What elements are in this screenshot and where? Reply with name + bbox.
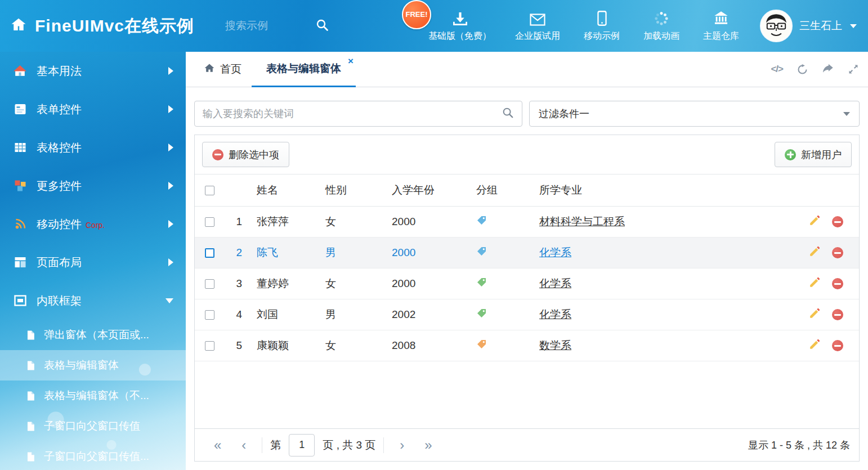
sidebar-item-iframe[interactable]: 内联框架 xyxy=(0,281,186,320)
nav-label: 企业版试用 xyxy=(515,30,560,42)
nav-mobile-demo[interactable]: 移动示例 xyxy=(572,10,632,42)
header-search[interactable] xyxy=(225,18,329,34)
nav-loading-animation[interactable]: 加载动画 xyxy=(632,10,691,42)
sidebar-item-more-controls[interactable]: 更多控件 xyxy=(0,167,186,205)
row-index: 1 xyxy=(224,207,250,238)
sidebar-subitem-grid-edit-window[interactable]: 表格与编辑窗体 xyxy=(0,350,186,381)
user-menu[interactable]: 三生石上 xyxy=(760,10,857,42)
keyword-search-input[interactable] xyxy=(203,108,502,120)
layout-icon xyxy=(12,256,28,269)
sidebar-item-label: 表单控件 xyxy=(37,102,82,117)
filter-value: 过滤条件一 xyxy=(539,107,589,120)
sidebar-subitem-popup-window[interactable]: 弹出窗体（本页面或... xyxy=(0,320,186,350)
sidebar-item-basic-usage[interactable]: 基本用法 xyxy=(0,52,186,90)
username: 三生石上 xyxy=(799,19,842,33)
page-number-input[interactable] xyxy=(289,434,315,456)
table-row[interactable]: 3 董婷婷 女 2000 化学系 xyxy=(195,268,859,299)
table-row[interactable]: 1 张萍萍 女 2000 材料科学与工程系 xyxy=(195,207,859,238)
cell-name: 陈飞 xyxy=(250,238,319,268)
header-search-input[interactable] xyxy=(225,20,315,32)
major-link[interactable]: 化学系 xyxy=(539,247,571,258)
nav-basic-free[interactable]: FREE! 基础版（免费） xyxy=(417,10,503,42)
tag-icon xyxy=(476,309,487,321)
major-link[interactable]: 化学系 xyxy=(539,308,571,320)
search-icon[interactable] xyxy=(315,18,329,34)
row-checkbox[interactable] xyxy=(205,341,214,351)
table-row[interactable]: 5 康颖颖 女 2008 数学系 xyxy=(195,330,859,361)
table-row[interactable]: 2 陈飞 男 2000 化学系 xyxy=(195,238,859,268)
nav-theme-store[interactable]: 主题仓库 xyxy=(691,10,751,42)
cell-year: 2000 xyxy=(385,238,469,268)
edit-icon[interactable] xyxy=(809,245,821,260)
delete-row-icon[interactable] xyxy=(832,216,843,227)
column-index xyxy=(224,174,250,207)
filter-row: 过滤条件一 xyxy=(194,101,860,127)
page-icon xyxy=(25,330,36,341)
edit-icon[interactable] xyxy=(809,338,821,353)
app-header: FineUIMvc在线示例 FREE! 基础版（免费） 企业版试用 移动示例 xyxy=(0,0,868,52)
row-checkbox[interactable] xyxy=(205,279,214,289)
cell-gender: 男 xyxy=(319,238,385,268)
row-checkbox[interactable] xyxy=(205,310,214,320)
search-icon[interactable] xyxy=(502,106,514,121)
sidebar-item-form-controls[interactable]: 表单控件 xyxy=(0,90,186,128)
table-row[interactable]: 4 刘国 男 2002 化学系 xyxy=(195,299,859,330)
tab-grid-edit-window[interactable]: 表格与编辑窗体 × xyxy=(252,52,356,87)
sidebar-subitem-grid-edit-window-2[interactable]: 表格与编辑窗体（不... xyxy=(0,381,186,411)
view-source-icon[interactable]: </> xyxy=(771,64,783,75)
delete-row-icon[interactable] xyxy=(832,278,843,289)
select-all-checkbox[interactable] xyxy=(205,186,214,195)
sidebar-item-label: 更多控件 xyxy=(37,178,82,194)
sidebar-subitem-child-to-parent-2[interactable]: 子窗口向父窗口传值... xyxy=(0,441,186,470)
delete-selected-button[interactable]: 删除选中项 xyxy=(202,142,289,167)
app-logo[interactable]: FineUIMvc在线示例 xyxy=(10,15,194,38)
nav-label: 移动示例 xyxy=(584,30,620,42)
prev-page-button[interactable]: ‹ xyxy=(231,438,256,452)
tab-home[interactable]: 首页 xyxy=(194,52,252,87)
keyword-search-box[interactable] xyxy=(194,101,522,127)
sidebar-item-page-layout[interactable]: 页面布局 xyxy=(0,243,186,281)
delete-row-icon[interactable] xyxy=(832,309,843,320)
refresh-icon[interactable] xyxy=(797,64,808,75)
tag-icon xyxy=(476,247,487,259)
close-icon[interactable]: × xyxy=(348,56,354,66)
next-page-button[interactable]: › xyxy=(390,438,414,452)
tab-label: 表格与编辑窗体 xyxy=(266,61,341,76)
grid-toolbar: 删除选中项 新增用户 xyxy=(195,135,859,174)
sidebar: 基本用法 表单控件 表格控件 更多控件 xyxy=(0,52,186,470)
nav-enterprise-trial[interactable]: 企业版试用 xyxy=(503,10,572,42)
spinner-icon xyxy=(654,10,669,26)
avatar[interactable] xyxy=(760,10,793,42)
sidebar-subitem-label: 弹出窗体（本页面或... xyxy=(44,328,149,342)
fullscreen-icon[interactable] xyxy=(848,64,859,75)
major-link[interactable]: 化学系 xyxy=(539,277,571,289)
share-icon[interactable] xyxy=(822,63,834,75)
divider xyxy=(262,437,262,453)
divider xyxy=(383,437,384,453)
major-link[interactable]: 材料科学与工程系 xyxy=(539,216,625,227)
add-user-button[interactable]: 新增用户 xyxy=(775,142,852,167)
last-page-button[interactable]: » xyxy=(414,438,442,452)
sidebar-item-mobile-controls[interactable]: 移动控件 Corp. xyxy=(0,205,186,243)
cell-year: 2000 xyxy=(385,207,469,238)
row-checkbox[interactable] xyxy=(205,248,214,258)
row-index: 3 xyxy=(224,268,250,299)
sidebar-subitem-child-to-parent[interactable]: 子窗口向父窗口传值 xyxy=(0,411,186,441)
first-page-button[interactable]: « xyxy=(204,438,231,452)
filter-dropdown[interactable]: 过滤条件一 xyxy=(529,101,860,127)
row-index: 2 xyxy=(224,238,250,268)
edit-icon[interactable] xyxy=(809,307,821,322)
major-link[interactable]: 数学系 xyxy=(539,339,571,351)
sidebar-subitem-label: 子窗口向父窗口传值 xyxy=(44,419,140,433)
sidebar-item-grid-controls[interactable]: 表格控件 xyxy=(0,128,186,167)
row-index: 4 xyxy=(224,299,250,330)
chevron-right-icon xyxy=(168,144,173,151)
edit-icon[interactable] xyxy=(809,214,821,229)
delete-row-icon[interactable] xyxy=(832,340,843,351)
row-checkbox[interactable] xyxy=(205,217,214,227)
sidebar-subitem-label: 表格与编辑窗体 xyxy=(44,358,119,373)
delete-row-icon[interactable] xyxy=(832,247,843,258)
edit-icon[interactable] xyxy=(809,276,821,291)
chevron-right-icon xyxy=(168,258,173,266)
chevron-right-icon xyxy=(168,105,173,113)
